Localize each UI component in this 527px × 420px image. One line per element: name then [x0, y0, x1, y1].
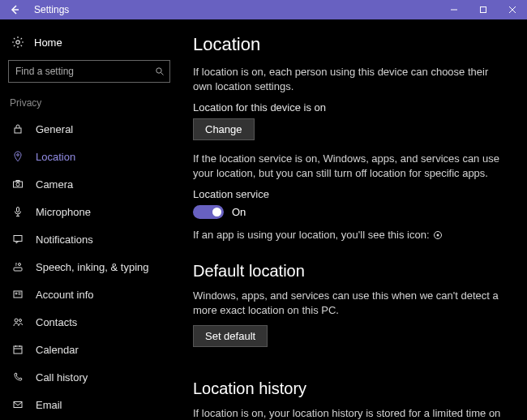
sidebar-item-label: Calendar	[36, 344, 79, 356]
sidebar-item-label: Camera	[36, 178, 73, 191]
sidebar-item-speech[interactable]: Speech, inking, & typing	[0, 253, 178, 281]
calendar-icon	[10, 341, 26, 358]
location-service-toggle[interactable]: On	[193, 205, 509, 219]
svg-point-30	[436, 234, 439, 236]
camera-icon	[10, 176, 26, 192]
search-input[interactable]	[9, 66, 150, 77]
svg-rect-12	[16, 181, 19, 182]
lock-icon	[10, 121, 26, 137]
svg-rect-8	[15, 128, 21, 133]
default-location-heading: Default location	[193, 262, 509, 281]
contacts-icon	[10, 314, 26, 330]
app-icon-line: If an app is using your location, you'll…	[193, 229, 509, 241]
category-label: Privacy	[0, 94, 178, 115]
svg-point-9	[17, 154, 19, 156]
notification-icon	[10, 231, 26, 247]
search-icon	[150, 62, 169, 81]
svg-point-21	[15, 319, 18, 322]
sidebar-item-label: Speech, inking, & typing	[36, 261, 148, 273]
sidebar-item-label: Call history	[36, 371, 88, 384]
svg-rect-23	[14, 346, 22, 354]
sidebar-item-microphone[interactable]: Microphone	[0, 198, 178, 225]
sidebar-item-label: Email	[36, 399, 62, 411]
content-pane: Location If location is on, each person …	[178, 19, 527, 420]
nav-list: General Location Camera Microphone Notif…	[0, 115, 178, 420]
speech-icon	[10, 259, 26, 275]
back-button[interactable]	[0, 0, 29, 19]
location-history-heading: Location history	[193, 379, 509, 398]
sidebar-item-notifications[interactable]: Notifications	[0, 225, 178, 253]
location-icon	[10, 148, 26, 165]
sidebar-item-label: General	[36, 123, 73, 135]
window-controls	[439, 0, 527, 19]
svg-rect-13	[17, 208, 19, 212]
sidebar-item-general[interactable]: General	[0, 115, 178, 143]
svg-point-22	[19, 319, 22, 322]
sidebar-item-account[interactable]: Account info	[0, 281, 178, 308]
gear-icon	[10, 34, 26, 50]
home-button[interactable]: Home	[0, 29, 178, 60]
default-desc: Windows, apps, and services can use this…	[193, 289, 501, 317]
sidebar-item-location[interactable]: Location	[0, 143, 178, 170]
toggle-state: On	[232, 206, 246, 218]
svg-rect-15	[14, 268, 22, 271]
svg-point-18	[15, 293, 17, 294]
page-heading: Location	[193, 34, 509, 55]
close-icon	[508, 6, 516, 14]
svg-point-6	[156, 68, 161, 73]
toggle-knob	[212, 208, 221, 216]
email-icon	[10, 396, 26, 413]
maximize-button[interactable]	[469, 0, 498, 19]
sidebar-item-label: Account info	[36, 289, 94, 301]
sidebar: Home Privacy General Location Camera	[0, 19, 178, 420]
sidebar-item-camera[interactable]: Camera	[0, 170, 178, 198]
location-in-use-icon	[433, 230, 443, 240]
intro-text: If location is on, each person using thi…	[193, 65, 501, 93]
sidebar-item-label: Location	[36, 151, 75, 163]
sidebar-item-contacts[interactable]: Contacts	[0, 308, 178, 336]
home-label: Home	[34, 36, 62, 49]
sidebar-item-label: Contacts	[36, 316, 77, 328]
sidebar-item-calendar[interactable]: Calendar	[0, 336, 178, 363]
app-icon-text: If an app is using your location, you'll…	[193, 229, 430, 241]
svg-rect-27	[14, 402, 22, 408]
sidebar-item-email[interactable]: Email	[0, 391, 178, 418]
maximize-icon	[479, 6, 487, 14]
svg-rect-2	[481, 7, 486, 13]
account-icon	[10, 286, 26, 302]
service-desc: If the location service is on, Windows, …	[193, 152, 501, 180]
sidebar-item-label: Notifications	[36, 234, 93, 246]
change-button[interactable]: Change	[193, 118, 255, 140]
set-default-button[interactable]: Set default	[193, 325, 268, 347]
minimize-icon	[450, 6, 458, 14]
titlebar: Settings	[0, 0, 527, 19]
window-title: Settings	[29, 4, 69, 15]
close-button[interactable]	[498, 0, 527, 19]
svg-point-16	[19, 264, 21, 266]
microphone-icon	[10, 204, 26, 220]
toggle-track	[193, 205, 224, 219]
sidebar-item-call-history[interactable]: Call history	[0, 363, 178, 391]
search-box[interactable]	[8, 60, 170, 83]
service-label: Location service	[193, 188, 509, 200]
svg-point-11	[16, 183, 19, 186]
minimize-button[interactable]	[439, 0, 469, 19]
sidebar-item-label: Microphone	[36, 206, 91, 218]
svg-line-7	[161, 73, 164, 75]
svg-point-5	[16, 41, 19, 44]
device-status-label: Location for this device is on	[193, 101, 509, 114]
svg-rect-14	[14, 236, 22, 242]
history-desc: If location is on, your location history…	[193, 406, 501, 420]
call-icon	[10, 369, 26, 385]
arrow-left-icon	[9, 4, 20, 15]
